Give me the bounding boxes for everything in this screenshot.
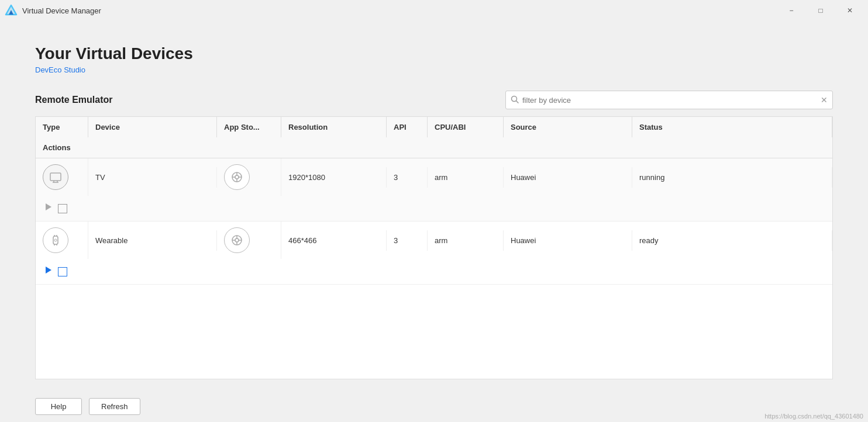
table-row: TV 1920*1080 3 arm [36,158,832,222]
col-type: Type [36,117,88,137]
cell-type-wearable [36,222,88,259]
svg-point-10 [235,175,239,179]
cell-resolution-tv: 1920*1080 [281,167,387,188]
title-bar: Virtual Device Manager − □ ✕ [0,0,868,21]
svg-marker-15 [46,203,51,210]
cell-device-tv: TV [88,167,217,188]
col-status: Status [632,117,832,137]
tv-icon [43,164,68,190]
cell-cpu-tv: arm [428,167,504,188]
action-btns-wearable [43,265,67,278]
watermark: https://blog.csdn.net/qq_43601480 [764,413,863,420]
wearable-icon [43,227,68,253]
cell-appstore-wearable [217,222,281,259]
col-resolution: Resolution [281,117,387,137]
col-cpu: CPU/ABI [428,117,504,137]
minimize-button[interactable]: − [778,1,805,20]
search-clear-icon[interactable]: ✕ [821,95,828,105]
search-input[interactable] [522,96,821,105]
app-logo [5,4,18,17]
stop-button-tv[interactable] [58,204,67,213]
cell-actions-tv [36,196,88,221]
cell-status-tv: running [632,167,832,188]
svg-rect-5 [50,173,61,181]
page-subtitle[interactable]: DevEco Studio [35,65,833,74]
col-api: API [387,117,428,137]
svg-point-21 [54,239,57,241]
appstore-tv-icon [224,164,250,190]
col-appstore: App Sto... [217,117,281,137]
table-body: TV 1920*1080 3 arm [36,158,832,379]
play-button-wearable[interactable] [43,265,53,278]
cell-resolution-wearable: 466*466 [281,230,387,251]
svg-point-23 [235,238,239,242]
search-icon [511,95,519,105]
table-header: Type Device App Sto... Resolution API CP… [36,117,832,158]
maximize-button[interactable]: □ [807,1,834,20]
col-source: Source [504,117,632,137]
help-button[interactable]: Help [35,398,82,415]
refresh-button[interactable]: Refresh [89,398,140,415]
cell-source-wearable: Huawei [504,230,632,251]
cell-status-wearable: ready [632,230,832,251]
cell-api-tv: 3 [387,167,428,188]
action-btns-tv [43,202,67,215]
footer: Help Refresh [0,391,868,422]
window-title: Virtual Device Manager [22,6,778,15]
col-device: Device [88,117,217,137]
cell-actions-wearable [36,259,88,284]
cell-type-tv [36,158,88,196]
page-title: Your Virtual Devices [35,44,833,63]
col-actions: Actions [36,137,88,158]
close-button[interactable]: ✕ [836,1,863,20]
svg-marker-28 [46,267,51,274]
main-content: Your Virtual Devices DevEco Studio Remot… [0,21,868,391]
cell-source-tv: Huawei [504,167,632,188]
window-controls: − □ ✕ [778,1,863,20]
svg-rect-16 [53,236,58,244]
cell-appstore-tv [217,158,281,196]
section-title: Remote Emulator [35,95,112,105]
search-box: ✕ [505,91,833,109]
cell-cpu-wearable: arm [428,230,504,251]
stop-button-wearable[interactable] [58,267,67,276]
appstore-wearable-icon [224,227,250,253]
section-header: Remote Emulator ✕ [35,91,833,109]
cell-api-wearable: 3 [387,230,428,251]
play-button-tv[interactable] [43,202,53,215]
device-table: Type Device App Sto... Resolution API CP… [35,116,833,379]
cell-device-wearable: Wearable [88,230,217,251]
table-row: Wearable 466*466 3 a [36,222,832,285]
svg-line-4 [516,101,519,103]
